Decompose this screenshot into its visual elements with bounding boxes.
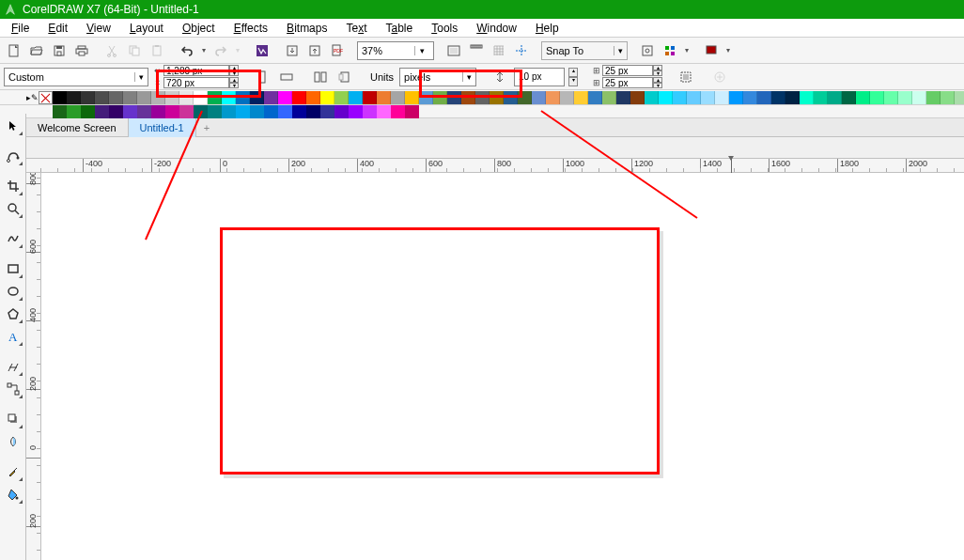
color-swatch[interactable] <box>222 105 236 118</box>
polygon-tool[interactable] <box>3 303 23 324</box>
color-swatch[interactable] <box>391 91 405 104</box>
color-swatch[interactable] <box>208 91 222 104</box>
freehand-tool[interactable] <box>3 228 23 249</box>
color-swatch[interactable] <box>67 105 81 118</box>
undo-button[interactable] <box>177 40 197 61</box>
page-height-spinner[interactable]: ▴▾ <box>229 77 239 88</box>
color-swatch[interactable] <box>123 91 137 104</box>
save-button[interactable] <box>49 40 70 61</box>
menu-view[interactable]: View <box>79 20 118 37</box>
show-hide-rulers-button[interactable] <box>466 40 487 61</box>
color-swatch[interactable] <box>842 91 856 104</box>
search-content-button[interactable] <box>252 40 272 61</box>
nudge-spinner[interactable]: ▴▾ <box>568 68 578 86</box>
zoom-tool[interactable] <box>3 198 23 219</box>
units-combo[interactable]: pixels ▾ <box>399 68 476 86</box>
welcome-dropdown[interactable]: ▾ <box>723 40 733 61</box>
menu-file[interactable]: File <box>4 20 37 37</box>
color-swatch[interactable] <box>109 91 123 104</box>
color-swatch[interactable] <box>715 91 729 104</box>
color-swatch[interactable] <box>475 91 490 104</box>
open-button[interactable] <box>26 40 47 61</box>
color-swatch[interactable] <box>673 91 687 104</box>
current-page-button[interactable] <box>334 67 355 87</box>
connector-tool[interactable] <box>3 379 23 399</box>
color-swatch[interactable] <box>81 105 95 118</box>
color-swatch[interactable] <box>659 91 673 104</box>
ellipse-tool[interactable] <box>3 281 23 302</box>
color-swatch[interactable] <box>363 105 377 118</box>
color-swatch[interactable] <box>898 91 912 104</box>
crop-tool[interactable] <box>3 176 23 196</box>
drawing-canvas[interactable] <box>41 173 964 560</box>
page-preset-dropdown-icon[interactable]: ▾ <box>134 72 148 82</box>
color-swatch[interactable] <box>264 91 278 104</box>
new-button[interactable] <box>4 40 24 61</box>
color-swatch[interactable] <box>828 91 842 104</box>
color-swatch[interactable] <box>518 91 532 104</box>
color-swatch[interactable] <box>151 105 165 118</box>
landscape-button[interactable] <box>276 67 297 87</box>
nudge-distance-input[interactable] <box>514 68 565 86</box>
menu-effects[interactable]: Effects <box>226 20 275 37</box>
color-swatch[interactable] <box>137 91 151 104</box>
duplicate-y-input[interactable] <box>602 77 653 88</box>
color-swatch[interactable] <box>53 91 67 104</box>
color-swatch[interactable] <box>95 91 109 104</box>
color-swatch[interactable] <box>278 91 292 104</box>
color-swatch[interactable] <box>926 91 941 104</box>
color-swatch[interactable] <box>405 91 419 104</box>
welcome-screen-button[interactable] <box>701 40 722 61</box>
zoom-level-input[interactable] <box>358 45 414 56</box>
color-swatch[interactable] <box>165 105 179 118</box>
import-button[interactable] <box>282 40 303 61</box>
options-button[interactable] <box>637 40 658 61</box>
color-eyedropper-tool[interactable] <box>3 461 23 482</box>
color-swatch[interactable] <box>109 105 123 118</box>
page-height-input[interactable] <box>163 77 229 88</box>
duplicate-x-input[interactable] <box>602 65 653 76</box>
color-swatch[interactable] <box>884 91 898 104</box>
color-swatch[interactable] <box>729 91 743 104</box>
color-swatch[interactable] <box>194 105 208 118</box>
color-swatch[interactable] <box>419 91 433 104</box>
tab-untitled-1[interactable]: Untitled-1 <box>129 118 196 137</box>
color-swatch[interactable] <box>377 105 391 118</box>
fullscreen-preview-button[interactable] <box>443 40 464 61</box>
vertical-ruler[interactable]: 8006004002000200 <box>26 173 41 560</box>
color-swatch[interactable] <box>645 91 659 104</box>
print-button[interactable] <box>71 40 92 61</box>
color-swatch[interactable] <box>264 105 278 118</box>
color-swatch[interactable] <box>165 91 179 104</box>
page-width-spinner[interactable]: ▴▾ <box>229 65 239 76</box>
color-swatch[interactable] <box>250 91 264 104</box>
color-swatch[interactable] <box>306 91 320 104</box>
color-swatch[interactable] <box>151 91 165 104</box>
color-swatch[interactable] <box>955 91 964 104</box>
color-swatch[interactable] <box>391 105 405 118</box>
ruler-guide-marker[interactable] <box>731 158 732 173</box>
color-swatch[interactable] <box>602 91 616 104</box>
menu-edit[interactable]: Edit <box>40 20 75 37</box>
color-swatch[interactable] <box>771 91 785 104</box>
dup-y-spinner[interactable]: ▴▾ <box>653 77 662 88</box>
color-swatch[interactable] <box>490 91 504 104</box>
color-swatch[interactable] <box>320 105 334 118</box>
snap-to-dropdown-icon[interactable]: ▾ <box>614 46 627 55</box>
color-swatch[interactable] <box>137 105 151 118</box>
app-launcher-dropdown[interactable]: ▾ <box>682 40 692 61</box>
color-swatch[interactable] <box>67 91 81 104</box>
color-swatch[interactable] <box>81 91 95 104</box>
color-swatch[interactable] <box>814 91 828 104</box>
color-swatch[interactable] <box>179 91 194 104</box>
snap-to-combo[interactable]: Snap To ▾ <box>541 41 628 60</box>
color-swatch[interactable] <box>785 91 800 104</box>
color-swatch[interactable] <box>800 91 814 104</box>
parallel-dimension-tool[interactable] <box>3 356 23 377</box>
color-swatch[interactable] <box>194 91 208 104</box>
shape-tool[interactable] <box>3 146 23 166</box>
color-swatch[interactable] <box>349 105 363 118</box>
color-swatch[interactable] <box>616 91 630 104</box>
color-swatch[interactable] <box>95 105 109 118</box>
color-swatch[interactable] <box>447 91 461 104</box>
